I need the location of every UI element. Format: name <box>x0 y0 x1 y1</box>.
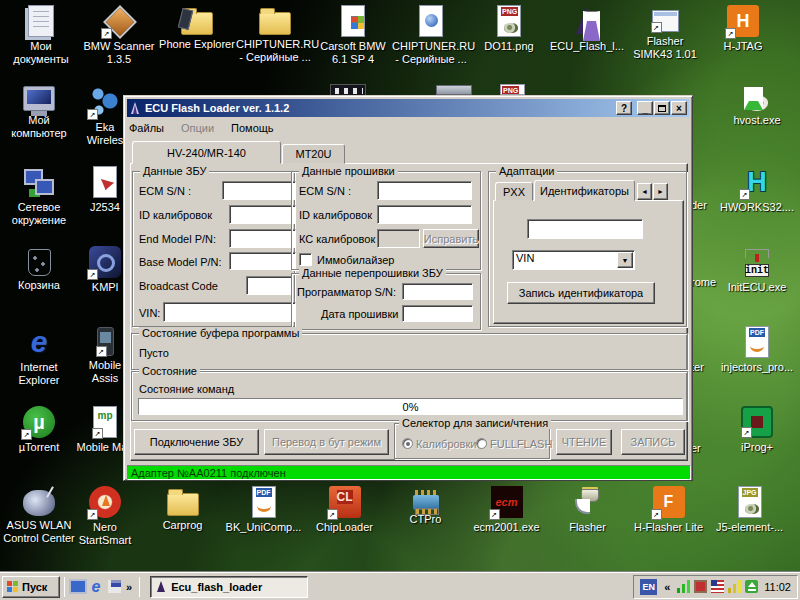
partial-chip-icon[interactable] <box>330 84 366 95</box>
quicklaunch-overflow-chevron[interactable]: » <box>123 581 135 593</box>
tab-hv240-mr140[interactable]: HV-240/MR-140 <box>132 141 281 164</box>
close-button[interactable]: × <box>671 101 687 115</box>
ctpro[interactable]: CTPro <box>385 486 466 534</box>
hvost[interactable]: hvost.exe <box>714 86 800 166</box>
minimize-button[interactable]: _ <box>637 101 653 115</box>
h-jtag[interactable]: HH-JTAG <box>704 5 782 66</box>
do11-png-icon: PNG <box>497 5 521 37</box>
end-model-input[interactable] <box>229 229 296 248</box>
ecm2001-glyph: ecm <box>491 486 523 518</box>
menu-files[interactable]: Файлы <box>129 122 164 134</box>
combobox-dropdown-icon[interactable]: ▼ <box>617 252 633 268</box>
base-model-input[interactable] <box>229 252 296 270</box>
j5-element-label: J5-element-... <box>716 521 783 534</box>
identifier-value-input[interactable] <box>527 219 643 239</box>
monitor-tray-icon[interactable] <box>694 580 707 593</box>
identifier-type-combobox[interactable]: VIN ▼ <box>512 250 635 270</box>
id-cal-input[interactable] <box>229 205 296 224</box>
desktop-bottom-row: CarprogPDFBK_UniComp...CLChipLoaderCTPro… <box>142 486 790 534</box>
carsoft-bmw-label: Carsoft BMW 6.1 SP 4 <box>314 40 392 66</box>
group-adaptations: Адаптации PXX Идентификаторы ◄ ► VIN ▼ З… <box>488 171 687 327</box>
do11-png[interactable]: PNGDO11.png <box>470 5 548 66</box>
flasher-simk43[interactable]: Flasher SIMK43 1.01 <box>626 5 704 66</box>
fw-id-cal-input[interactable] <box>377 205 472 224</box>
ie-quicklaunch-icon[interactable]: e <box>87 578 105 596</box>
ecu-flash-loader-icon-icon <box>571 5 603 37</box>
nero-startsmart[interactable]: Nero StartSmart <box>76 486 134 566</box>
internet-explorer[interactable]: eInternet Explorer <box>2 326 76 406</box>
floppy-quicklaunch-icon[interactable] <box>105 578 123 596</box>
network-places[interactable]: Сетевое окружение <box>2 166 76 246</box>
carprog[interactable]: Carprog <box>142 486 223 534</box>
iprog-label: iProg+ <box>741 441 773 454</box>
fw-ecm-sn-input[interactable] <box>377 181 472 200</box>
partial-png-icon[interactable]: PNG <box>500 84 525 95</box>
subtab-pxx[interactable]: PXX <box>495 182 533 201</box>
progress-value: 0% <box>403 401 419 413</box>
help-button[interactable]: ? <box>616 101 632 115</box>
bk-unicomp[interactable]: PDFBK_UniComp... <box>223 486 304 534</box>
fw-kc-cal-input[interactable] <box>377 229 420 248</box>
tray-collapse-chevron[interactable]: « <box>661 581 673 593</box>
eject-tray-icon[interactable] <box>745 580 758 593</box>
us-flag-tray-icon[interactable] <box>711 580 724 593</box>
task-ecu-flash-loader[interactable]: Ecu_flash_loader <box>150 576 308 598</box>
internet-explorer-label: Internet Explorer <box>2 361 76 387</box>
flasher-icon <box>572 486 604 518</box>
menubar: Файлы Опции Помощь <box>129 119 274 136</box>
subtab-identifiers[interactable]: Идентификаторы <box>534 180 635 201</box>
injectors-pro[interactable]: PDFinjectors_pro... <box>714 326 800 406</box>
menu-options[interactable]: Опции <box>181 122 214 134</box>
flash-date-input[interactable] <box>402 305 473 322</box>
show-desktop-icon[interactable] <box>69 578 87 596</box>
boot-mode-button[interactable]: Перевод в бут режим <box>264 429 389 455</box>
immobilizer-checkbox[interactable] <box>299 253 312 266</box>
my-computer-icon <box>23 86 55 111</box>
chiptuner-ru-1[interactable]: CHIPTUNER.RU - Серийные ... <box>236 5 314 66</box>
subtab-scroll-right-button[interactable]: ► <box>653 183 668 200</box>
subtab-scroll-left-button[interactable]: ◄ <box>637 183 652 200</box>
carsoft-bmw[interactable]: Carsoft BMW 6.1 SP 4 <box>314 5 392 66</box>
signal-yellow-tray-icon[interactable] <box>728 580 741 593</box>
broadcast-code-input[interactable] <box>246 276 292 295</box>
tab-mt20u[interactable]: MT20U <box>282 144 345 164</box>
language-indicator[interactable]: EN <box>640 579 657 595</box>
asus-wlan[interactable]: ASUS WLAN Control Center <box>2 486 76 566</box>
ecu-flash-loader-icon[interactable]: ECU_Flash_l... <box>548 5 626 66</box>
titlebar[interactable]: ECU Flash Loader ver. 1.1.2 ? _ × <box>127 99 689 117</box>
fix-button[interactable]: Исправить <box>423 229 479 248</box>
j5-element[interactable]: JPGJ5-element-... <box>709 486 790 534</box>
bmw-scanner[interactable]: BMW Scanner 1.3.5 <box>80 5 158 66</box>
vin-input[interactable] <box>163 302 296 322</box>
write-button[interactable]: ЗАПИСЬ <box>621 429 685 455</box>
calibrations-radio[interactable] <box>402 438 413 449</box>
my-computer[interactable]: Мой компьютер <box>2 86 76 166</box>
programmer-sn-input[interactable] <box>402 283 473 300</box>
menu-help[interactable]: Помощь <box>231 122 274 134</box>
maximize-button[interactable] <box>654 101 670 115</box>
ecm-sn-input[interactable] <box>222 181 296 200</box>
connect-ecu-button[interactable]: Подключение ЗБУ <box>134 429 259 455</box>
partial-truck-icon[interactable] <box>436 85 472 95</box>
my-documents[interactable]: Мои документы <box>2 5 80 66</box>
utorrent[interactable]: µµTorrent <box>2 406 76 486</box>
write-identifier-button[interactable]: Запись идентификатора <box>507 282 655 304</box>
h-flasher-lite[interactable]: FH-Flasher Lite <box>628 486 709 534</box>
chiploader[interactable]: CLChipLoader <box>304 486 385 534</box>
start-button[interactable]: Пуск <box>2 576 60 598</box>
ecm2001[interactable]: ecmecm2001.exe <box>466 486 547 534</box>
fullflash-radio[interactable] <box>476 438 487 449</box>
read-button[interactable]: ЧТЕНИЕ <box>556 429 612 455</box>
iprog[interactable]: iProg+ <box>714 406 800 486</box>
flasher[interactable]: Flasher <box>547 486 628 534</box>
phone-explorer[interactable]: Phone Explorer <box>158 5 236 66</box>
recycle-bin[interactable]: Корзина <box>2 246 76 326</box>
injectors-pro-icon: PDF <box>745 326 769 358</box>
bk-unicomp-icon: PDF <box>252 486 276 518</box>
desktop-right-col: hvost.exeHHWORKS32....initInitECU.exePDF… <box>714 86 800 486</box>
signal-green-tray-icon[interactable] <box>677 580 690 593</box>
hworks32[interactable]: HHWORKS32.... <box>714 166 800 246</box>
chiptuner-ru-2[interactable]: CHIPTUNER.RU - Серийные ... <box>392 5 470 66</box>
initecu[interactable]: initInitECU.exe <box>714 246 800 326</box>
h-flasher-lite-glyph: F <box>653 486 685 518</box>
